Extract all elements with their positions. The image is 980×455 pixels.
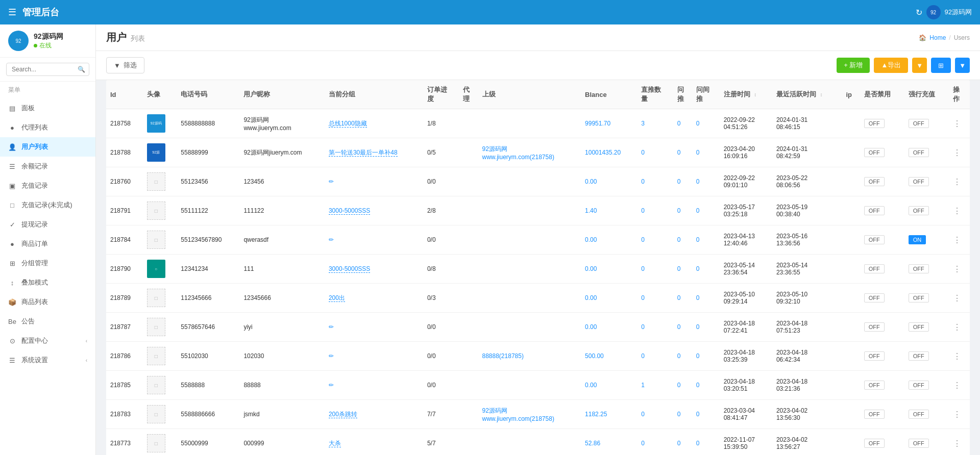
cell-superior: [478, 196, 581, 225]
sidebar-item-recharge-records[interactable]: ▣ 充值记录: [0, 176, 95, 195]
action-menu-icon[interactable]: ⋮: [953, 381, 961, 390]
sidebar-item-config-center[interactable]: ⊙ 配置中心 ‹: [0, 331, 95, 350]
cell-force-recharge: OFF: [904, 342, 949, 371]
banned-toggle[interactable]: OFF: [864, 148, 885, 157]
group-link[interactable]: 200杀跳转: [329, 411, 357, 418]
force-recharge-toggle[interactable]: OFF: [909, 119, 929, 128]
breadcrumb-home[interactable]: Home: [929, 34, 946, 41]
force-recharge-toggle[interactable]: OFF: [909, 410, 929, 419]
cell-balance: 10001435.20: [581, 138, 637, 167]
action-menu-icon[interactable]: ⋮: [953, 148, 961, 157]
cell-wen-jian-tui: 0: [692, 255, 720, 284]
cell-force-recharge: OFF: [904, 167, 949, 196]
view-button[interactable]: ⊞: [931, 58, 951, 73]
edit-icon[interactable]: ✏: [329, 178, 334, 185]
action-menu-icon[interactable]: ⋮: [953, 410, 961, 419]
force-recharge-toggle[interactable]: OFF: [909, 351, 929, 361]
force-recharge-toggle[interactable]: OFF: [909, 293, 929, 302]
superior-link[interactable]: 92源码网www.jiuerym.com(218758): [482, 407, 554, 422]
cell-wen-tui: 0: [673, 109, 692, 138]
view-label: ⊞: [938, 62, 944, 69]
edit-icon[interactable]: ✏: [329, 323, 334, 331]
group-link[interactable]: 第一轮送30最后一单补48: [329, 149, 398, 157]
sidebar-item-system-settings[interactable]: ☰ 系统设置 ‹: [0, 350, 95, 370]
cell-balance: 0.00: [581, 225, 637, 255]
cell-superior: [478, 109, 581, 138]
force-recharge-toggle[interactable]: ON: [909, 235, 926, 244]
search-input[interactable]: [6, 63, 89, 76]
action-menu-icon[interactable]: ⋮: [953, 265, 961, 273]
force-recharge-toggle[interactable]: OFF: [909, 264, 929, 273]
action-menu-icon[interactable]: ⋮: [953, 119, 961, 128]
banned-toggle[interactable]: OFF: [864, 235, 885, 244]
banned-toggle[interactable]: OFF: [864, 206, 885, 215]
action-menu-icon[interactable]: ⋮: [953, 236, 961, 244]
banned-toggle[interactable]: OFF: [864, 410, 885, 419]
cell-superior: [478, 429, 581, 456]
page-title: 用户: [106, 31, 127, 44]
cell-wen-tui: 0: [673, 400, 692, 429]
banned-toggle[interactable]: OFF: [864, 119, 885, 128]
avatar: □: [147, 347, 165, 365]
hamburger-icon[interactable]: ☰: [8, 7, 16, 18]
banned-toggle[interactable]: OFF: [864, 351, 885, 361]
cell-force-recharge: OFF: [904, 429, 949, 456]
breadcrumb-home-icon: 🏠: [919, 34, 926, 41]
view-dropdown-button[interactable]: ▼: [955, 58, 970, 73]
refresh-icon[interactable]: ↻: [916, 8, 922, 17]
sidebar-item-user-list[interactable]: 👤 用户列表: [0, 137, 95, 157]
banned-toggle[interactable]: OFF: [864, 381, 885, 390]
new-button[interactable]: + 新增: [837, 58, 870, 73]
group-link[interactable]: 大杀: [329, 440, 341, 447]
sidebar-item-agent-list[interactable]: ● 代理列表: [0, 118, 95, 137]
group-link[interactable]: 3000-5000SSS: [329, 265, 370, 273]
action-menu-icon[interactable]: ⋮: [953, 207, 961, 215]
group-link[interactable]: 3000-5000SSS: [329, 207, 370, 215]
action-menu-icon[interactable]: ⋮: [953, 323, 961, 332]
action-menu-icon[interactable]: ⋮: [953, 352, 961, 361]
col-register-time: 注册时间 ↕: [720, 80, 772, 109]
sidebar-item-product-orders[interactable]: ● 商品订单: [0, 234, 95, 254]
force-recharge-toggle[interactable]: OFF: [909, 148, 929, 157]
force-recharge-toggle[interactable]: OFF: [909, 381, 929, 390]
action-menu-icon[interactable]: ⋮: [953, 178, 961, 186]
cell-agent: [459, 400, 478, 429]
action-menu-icon[interactable]: ⋮: [953, 439, 961, 448]
col-last-active: 最近活跃时间 ↕: [772, 80, 842, 109]
filter-button[interactable]: ▼ 筛选: [106, 57, 144, 73]
sidebar-item-announcement[interactable]: Be 公告: [0, 312, 95, 331]
header-username: 92源码网: [945, 8, 972, 17]
col-ip: ip: [842, 80, 860, 109]
cell-direct-push: 0: [637, 196, 673, 225]
cell-order-progress: 0/3: [423, 284, 459, 313]
edit-icon[interactable]: ✏: [329, 236, 334, 243]
sidebar-item-balance-records[interactable]: ☰ 余额记录: [0, 157, 95, 176]
force-recharge-toggle[interactable]: OFF: [909, 322, 929, 332]
sidebar-item-recharge-incomplete[interactable]: □ 充值记录(未完成): [0, 195, 95, 215]
banned-toggle[interactable]: OFF: [864, 439, 885, 448]
sidebar-item-withdraw[interactable]: ✓ 提现记录: [0, 215, 95, 234]
superior-link[interactable]: 88888(218785): [482, 352, 524, 360]
cell-group: 第一轮送30最后一单补48: [325, 138, 423, 167]
cell-superior: 88888(218785): [478, 342, 581, 371]
banned-toggle[interactable]: OFF: [864, 177, 885, 186]
cell-is-banned: OFF: [860, 342, 904, 371]
sidebar-item-dashboard[interactable]: ▤ 面板: [0, 98, 95, 118]
banned-toggle[interactable]: OFF: [864, 322, 885, 332]
sidebar-item-group-management[interactable]: ⊞ 分组管理: [0, 254, 95, 273]
superior-link[interactable]: 92源码网www.jiuerym.com(218758): [482, 145, 554, 161]
export-dropdown-button[interactable]: ▼: [912, 58, 927, 73]
sidebar-item-product-list[interactable]: 📦 商品列表: [0, 292, 95, 312]
force-recharge-toggle[interactable]: OFF: [909, 206, 929, 215]
edit-icon[interactable]: ✏: [329, 352, 334, 360]
sidebar-item-add-mode[interactable]: ↕ 叠加模式: [0, 273, 95, 292]
banned-toggle[interactable]: OFF: [864, 264, 885, 273]
force-recharge-toggle[interactable]: OFF: [909, 177, 929, 186]
banned-toggle[interactable]: OFF: [864, 293, 885, 302]
action-menu-icon[interactable]: ⋮: [953, 294, 961, 302]
group-link[interactable]: 200出: [329, 294, 345, 302]
export-button[interactable]: ▲导出: [874, 58, 908, 73]
edit-icon[interactable]: ✏: [329, 382, 334, 389]
force-recharge-toggle[interactable]: OFF: [909, 439, 929, 448]
group-link[interactable]: 总线1000隐藏: [329, 120, 367, 128]
